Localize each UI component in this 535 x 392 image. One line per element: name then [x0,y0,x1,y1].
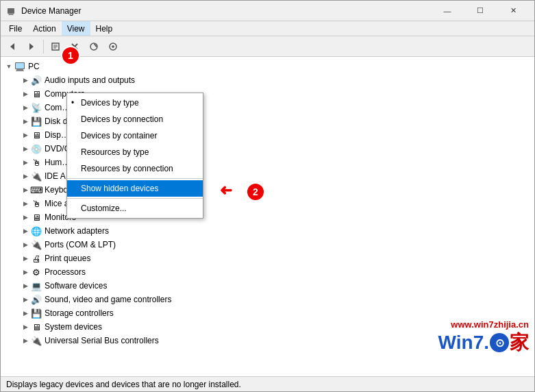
expand-icon-audio: ▶ [20,75,31,86]
tree-item-software-label: Software devices [45,281,107,291]
mice-icon: 🖱 [31,198,42,209]
tree-item-processors-label: Processors [45,267,86,277]
tree-item-audio-label: Audio inputs and outputs [45,75,135,85]
device-manager-window: Device Manager — ☐ ✕ File Action View He… [0,0,535,392]
dropdown-item-resources-by-type[interactable]: Resources by type [67,144,203,160]
expand-icon-usb: ▶ [20,335,31,346]
menu-view[interactable]: View [62,21,90,36]
svg-rect-0 [8,8,14,14]
hid-icon: 🖱 [31,157,42,168]
expand-icon-ports: ▶ [20,239,31,250]
expand-icon-hid: ▶ [20,157,31,168]
tree-item-sound[interactable]: ▶ 🔊 Sound, video and game controllers [1,293,534,306]
toolbar-forward-button[interactable] [23,38,40,55]
toolbar-update-button[interactable] [104,38,122,55]
toolbar-separator-1 [43,40,44,53]
svg-rect-17 [16,69,23,71]
tree-item-sound-label: Sound, video and game controllers [45,295,171,304]
usb-icon: 🔌 [31,335,42,346]
dvd-icon: 💿 [31,143,42,154]
computers-icon: 🖥 [31,88,42,99]
tree-item-processors[interactable]: ▶ ⚙ Processors [1,265,534,279]
sound-icon: 🔊 [31,294,42,305]
ide-icon: 🔌 [31,171,42,182]
main-content: ▼ PC ▶ 🔊 Audio inputs and outputs [1,57,534,376]
svg-rect-19 [16,63,24,69]
tree-item-print[interactable]: ▶ 🖨 Print queues [1,252,534,265]
status-text: Displays legacy devices and devices that… [6,380,241,389]
dropdown-item-devices-by-connection[interactable]: Devices by connection [67,111,203,127]
tree-item-ports[interactable]: ▶ 🔌 Ports (COM & LPT) [1,238,534,252]
svg-rect-2 [8,14,14,15]
tree-item-print-label: Print queues [45,254,90,263]
toolbar-scan-button[interactable] [85,38,103,55]
expand-icon-storage: ▶ [20,308,31,319]
monitors-icon: 🖥 [31,212,42,223]
tree-item-storage[interactable]: ▶ 💾 Storage controllers [1,306,534,320]
menu-help[interactable]: Help [90,21,119,36]
watermark-circle: ⊙ [490,333,509,352]
expand-icon-mice: ▶ [20,198,31,209]
display-icon: 🖥 [31,130,42,140]
watermark-jia: 家 [510,330,529,356]
dropdown-item-show-hidden[interactable]: Show hidden devices [67,180,203,197]
expand-icon-processors: ▶ [20,267,31,278]
svg-rect-1 [9,13,13,14]
menu-action[interactable]: Action [27,21,61,36]
tree-item-software[interactable]: ▶ 💻 Software devices [1,279,534,293]
expand-icon-dvd: ▶ [20,143,31,154]
expand-icon-print: ▶ [20,253,31,264]
toolbar-back-button[interactable] [3,38,21,55]
expand-icon-network: ▶ [20,225,31,236]
menu-file[interactable]: File [3,21,27,36]
tree-item-system-label: System devices [45,322,102,332]
tree-item-audio[interactable]: ▶ 🔊 Audio inputs and outputs [1,73,534,87]
dropdown-item-devices-by-container[interactable]: Devices by container [67,127,203,144]
storage-icon: 💾 [31,308,42,319]
maximize-button[interactable]: ☐ [464,4,496,18]
dropdown-separator-1 [67,178,203,179]
arrow-2: ➜ [220,182,232,199]
system-icon: 🖥 [31,321,42,332]
tree-item-usb-label: Universal Serial Bus controllers [45,336,159,345]
disk-icon: 💾 [31,116,42,127]
close-button[interactable]: ✕ [497,4,529,18]
window-title: Device Manager [21,6,432,16]
com-icon: 📡 [31,102,42,113]
tree-item-storage-label: Storage controllers [45,308,114,318]
svg-rect-18 [16,71,24,71]
title-bar: Device Manager — ☐ ✕ [1,1,534,21]
ports-icon: 🔌 [31,239,42,250]
dropdown-item-customize[interactable]: Customize... [67,200,203,217]
tree-item-network[interactable]: ▶ 🌐 Network adapters [1,224,534,238]
expand-icon-system: ▶ [20,321,31,332]
expand-icon-computers: ▶ [20,88,31,99]
svg-marker-3 [10,43,14,50]
expand-icon-sound: ▶ [20,294,31,305]
callout-2: 2 [246,182,265,201]
expand-icon-disk: ▶ [20,116,31,127]
processors-icon: ⚙ [31,267,42,278]
tree-item-display-label: Disp… [45,130,69,140]
menu-bar: File Action View Help 1 [1,21,534,36]
dropdown-item-devices-by-type[interactable]: • Devices by type [67,95,203,111]
expand-icon-monitors: ▶ [20,212,31,223]
minimize-button[interactable]: — [432,4,463,18]
dropdown-item-resources-by-connection[interactable]: Resources by connection [67,160,203,177]
pc-icon [14,61,25,72]
expand-icon-pc: ▼ [3,61,14,72]
audio-icon: 🔊 [31,75,42,86]
window-icon [6,5,17,16]
tree-item-ports-label: Ports (COM & LPT) [45,240,116,249]
expand-icon-com: ▶ [20,102,31,113]
keyboards-icon: ⌨ [31,184,42,195]
print-icon: 🖨 [31,253,42,264]
check-mark-devices-by-type: • [71,98,74,108]
watermark-url: www.win7zhijia.cn [438,319,529,330]
expand-icon-software: ▶ [20,280,31,291]
expand-icon-display: ▶ [20,130,31,140]
status-bar: Displays legacy devices and devices that… [1,376,534,391]
tree-item-pc[interactable]: ▼ PC [1,60,534,73]
expand-icon-ide: ▶ [20,171,31,182]
watermark-win: Win [438,332,473,354]
